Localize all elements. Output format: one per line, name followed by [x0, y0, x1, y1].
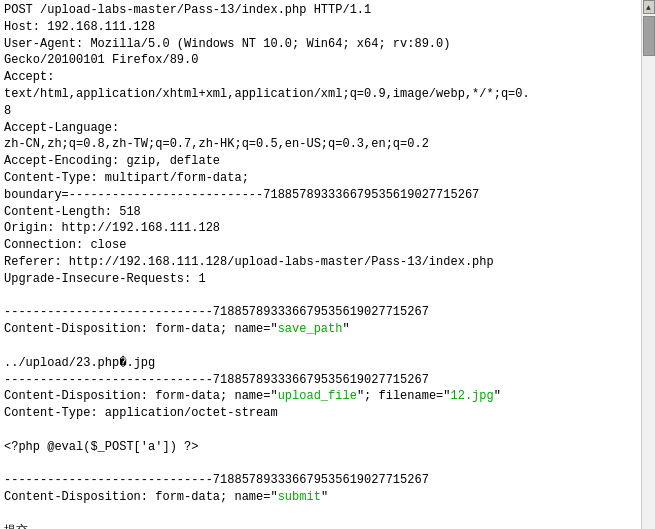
submit-value: submit: [278, 490, 321, 504]
upload-file-name-value: upload_file: [278, 389, 357, 403]
main-container: POST /upload-labs-master/Pass-13/index.p…: [0, 0, 655, 529]
filename-value: 12.jpg: [451, 389, 494, 403]
line-post-request: POST /upload-labs-master/Pass-13/index.p…: [4, 3, 530, 529]
request-text: POST /upload-labs-master/Pass-13/index.p…: [4, 2, 637, 529]
scroll-thumb[interactable]: [643, 16, 655, 56]
content-area[interactable]: POST /upload-labs-master/Pass-13/index.p…: [0, 0, 641, 529]
scrollbar[interactable]: ▲: [641, 0, 655, 529]
save-path-value: save_path: [278, 322, 343, 336]
scroll-up-button[interactable]: ▲: [643, 0, 655, 14]
